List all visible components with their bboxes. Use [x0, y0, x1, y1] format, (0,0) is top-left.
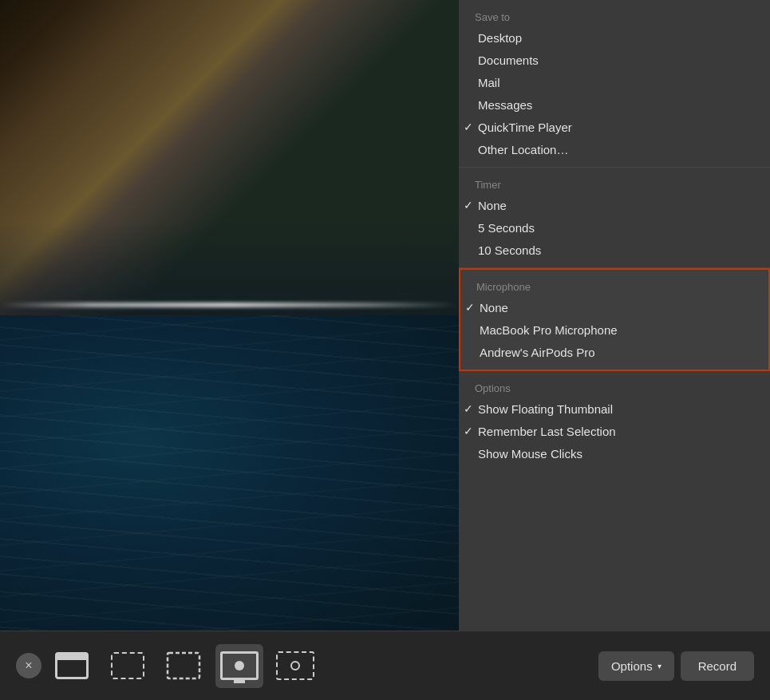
- dropdown-menu: Save to Desktop Documents Mail Messages …: [459, 0, 770, 631]
- save-desktop-item[interactable]: Desktop: [459, 26, 770, 49]
- ocean-waves: [0, 315, 459, 631]
- record-dot-outline: [290, 661, 300, 670]
- timer-none-label: None: [475, 199, 507, 212]
- save-documents-label: Documents: [475, 53, 539, 67]
- mic-macbook-label: MacBook Pro Microphone: [476, 323, 618, 337]
- save-quicktime-item[interactable]: ✓ QuickTime Player: [459, 116, 770, 138]
- screen-record-icon: [220, 651, 259, 680]
- timer-none-item[interactable]: ✓ None: [459, 194, 770, 216]
- option-thumbnail-item[interactable]: ✓ Show Floating Thumbnail: [459, 397, 770, 420]
- mic-none-item[interactable]: ✓ None: [460, 296, 768, 318]
- window-solid-icon: [55, 652, 89, 679]
- option-mouse-clicks-item[interactable]: Show Mouse Clicks: [459, 442, 770, 465]
- timer-section: Timer ✓ None 5 Seconds 10 Seconds: [459, 168, 770, 268]
- record-screen-button[interactable]: [215, 644, 263, 688]
- microphone-header: Microphone: [460, 276, 768, 296]
- capture-selection-button[interactable]: [160, 644, 207, 688]
- close-button[interactable]: ×: [16, 653, 41, 678]
- options-label: Options: [611, 659, 653, 673]
- record-button[interactable]: Record: [681, 651, 754, 681]
- option-remember-item[interactable]: ✓ Remember Last Selection: [459, 420, 770, 442]
- timer-5s-label: 5 Seconds: [475, 221, 535, 235]
- svg-rect-0: [168, 653, 199, 678]
- save-other-item[interactable]: Other Location…: [459, 138, 770, 160]
- save-messages-item[interactable]: Messages: [459, 93, 770, 116]
- timer-none-checkmark: ✓: [464, 199, 473, 212]
- timer-10s-label: 10 Seconds: [475, 243, 541, 257]
- save-other-label: Other Location…: [475, 143, 568, 156]
- window-dashed-icon: [111, 652, 144, 679]
- option-mouse-clicks-label: Show Mouse Clicks: [475, 447, 582, 461]
- save-quicktime-label: QuickTime Player: [475, 121, 572, 134]
- record-dot: [235, 661, 244, 670]
- shore-line: [0, 303, 459, 307]
- save-to-header: Save to: [459, 6, 770, 26]
- background-image: [0, 0, 459, 631]
- save-mail-item[interactable]: Mail: [459, 71, 770, 93]
- capture-window-dashed-button[interactable]: [104, 644, 152, 688]
- capture-mode-buttons: [48, 644, 319, 688]
- mic-airpods-label: Andrew's AirPods Pro: [476, 346, 595, 359]
- timer-header: Timer: [459, 174, 770, 194]
- options-menu-section: Options ✓ Show Floating Thumbnail ✓ Reme…: [459, 371, 770, 471]
- ocean-layer: [0, 315, 459, 631]
- save-mail-label: Mail: [475, 76, 500, 89]
- save-desktop-label: Desktop: [475, 31, 522, 45]
- timer-5s-item[interactable]: 5 Seconds: [459, 216, 770, 239]
- option-thumbnail-label: Show Floating Thumbnail: [475, 402, 613, 416]
- record-selection-button[interactable]: [271, 644, 319, 688]
- save-documents-item[interactable]: Documents: [459, 49, 770, 71]
- capture-window-solid-button[interactable]: [48, 644, 96, 688]
- record-label: Record: [698, 659, 736, 673]
- selection-dashed-icon: [166, 651, 201, 680]
- thumbnail-checkmark: ✓: [464, 402, 473, 415]
- save-to-section: Save to Desktop Documents Mail Messages …: [459, 0, 770, 168]
- timer-10s-item[interactable]: 10 Seconds: [459, 239, 770, 261]
- mic-none-label: None: [476, 301, 508, 314]
- mic-macbook-item[interactable]: MacBook Pro Microphone: [460, 318, 768, 341]
- chevron-down-icon: ▾: [657, 662, 661, 670]
- mic-airpods-item[interactable]: Andrew's AirPods Pro: [460, 341, 768, 363]
- options-menu-header: Options: [459, 378, 770, 397]
- option-remember-label: Remember Last Selection: [475, 425, 616, 438]
- save-messages-label: Messages: [475, 98, 532, 112]
- screen-record-dashed-icon: [276, 651, 314, 680]
- microphone-section: Microphone ✓ None MacBook Pro Microphone…: [459, 268, 770, 371]
- options-button[interactable]: Options ▾: [598, 651, 674, 681]
- close-icon: ×: [25, 659, 32, 672]
- quicktime-checkmark: ✓: [464, 121, 473, 133]
- mic-none-checkmark: ✓: [465, 301, 475, 314]
- toolbar: × Option: [0, 631, 770, 700]
- remember-checkmark: ✓: [464, 425, 473, 437]
